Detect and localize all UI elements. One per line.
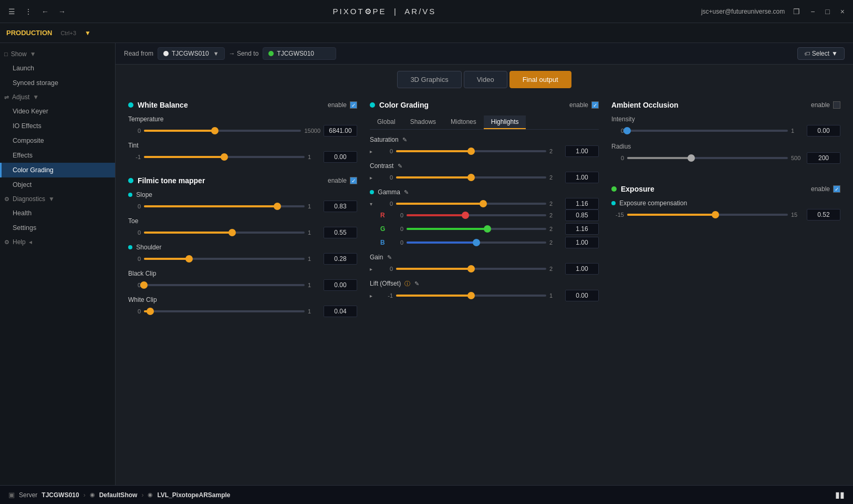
contrast-edit-icon[interactable]: ✎ <box>398 163 402 169</box>
cg-tab-global[interactable]: Global <box>370 116 403 129</box>
saturation-slider-track[interactable] <box>396 150 546 152</box>
saturation-edit-icon[interactable]: ✎ <box>402 136 407 143</box>
sidebar-item-help[interactable]: ⚙ Help ◂ <box>0 235 115 249</box>
lift-thumb[interactable] <box>467 292 475 299</box>
gamma-b-slider-track[interactable] <box>407 242 546 244</box>
ao-intensity-thumb[interactable] <box>623 127 631 134</box>
read-ws-dropdown-icon[interactable]: ▼ <box>213 50 219 57</box>
exposure-checkbox[interactable]: ✓ <box>833 185 840 193</box>
saturation-expand-icon[interactable]: ▸ <box>370 149 377 154</box>
white-clip-thumb[interactable] <box>147 308 154 315</box>
white-clip-value[interactable] <box>324 306 357 317</box>
toe-slider-track[interactable] <box>144 232 305 234</box>
gamma-edit-icon[interactable]: ✎ <box>404 189 409 195</box>
ao-intensity-value[interactable] <box>807 125 840 136</box>
gamma-r-value[interactable] <box>565 209 599 221</box>
gain-thumb[interactable] <box>467 265 475 272</box>
sidebar-item-settings[interactable]: Settings <box>0 220 115 235</box>
temperature-thumb[interactable] <box>211 127 219 134</box>
production-dropdown-icon[interactable]: ▼ <box>85 29 91 37</box>
saturation-thumb[interactable] <box>467 148 475 155</box>
close-button[interactable]: × <box>838 6 847 17</box>
tab-video[interactable]: Video <box>464 71 507 88</box>
back-button[interactable]: ← <box>39 6 51 17</box>
gamma-slider-track[interactable] <box>396 203 546 205</box>
resize-button[interactable]: ❒ <box>791 6 802 17</box>
lift-slider-track[interactable] <box>396 295 546 297</box>
server-name[interactable]: TJCGWS010 <box>41 491 79 499</box>
sidebar-item-adjust[interactable]: ⇌ Adjust ▼ <box>0 90 115 104</box>
black-clip-value[interactable] <box>324 279 357 291</box>
contrast-thumb[interactable] <box>467 174 475 181</box>
ao-intensity-slider-track[interactable] <box>627 130 788 132</box>
tint-slider-track[interactable] <box>144 156 305 158</box>
tab-3d-graphics[interactable]: 3D Graphics <box>397 71 461 88</box>
ao-radius-slider-track[interactable] <box>627 157 788 159</box>
slope-thumb[interactable] <box>274 203 281 210</box>
temperature-slider-track[interactable] <box>144 130 301 132</box>
sidebar-item-synced-storage[interactable]: Synced storage <box>0 76 115 90</box>
read-ws-badge[interactable]: TJCGWS010 ▼ <box>158 47 225 60</box>
contrast-value[interactable] <box>565 172 599 183</box>
gamma-g-slider-track[interactable] <box>407 228 546 230</box>
gain-slider-track[interactable] <box>396 268 546 270</box>
contrast-slider-track[interactable] <box>396 176 546 178</box>
gamma-b-thumb[interactable] <box>473 239 480 246</box>
cg-tab-shadows[interactable]: Shadows <box>403 116 443 129</box>
sidebar-item-diagnostics[interactable]: ⚙ Diagnostics ▼ <box>0 192 115 206</box>
white-balance-checkbox[interactable]: ✓ <box>350 101 357 109</box>
exp-comp-thumb[interactable] <box>712 211 719 218</box>
ao-checkbox[interactable] <box>833 101 840 109</box>
level-name[interactable]: LVL_PixotopeARSample <box>157 491 230 499</box>
lift-info-icon[interactable]: ⓘ <box>404 280 410 287</box>
color-grading-checkbox[interactable]: ✓ <box>591 101 599 109</box>
sidebar-item-health[interactable]: Health <box>0 206 115 220</box>
sidebar-item-composite[interactable]: Composite <box>0 133 115 148</box>
tint-value[interactable] <box>324 151 357 163</box>
toe-value[interactable] <box>324 227 357 238</box>
shoulder-value[interactable] <box>324 253 357 265</box>
toe-thumb[interactable] <box>228 229 236 236</box>
lift-expand-icon[interactable]: ▸ <box>370 293 377 299</box>
exp-comp-slider-track[interactable] <box>627 214 788 216</box>
sidebar-item-color-grading[interactable]: Color Grading <box>0 163 115 177</box>
sidebar-item-io-effects[interactable]: IO Effects <box>0 119 115 133</box>
gamma-expand-icon[interactable]: ▾ <box>370 201 377 207</box>
black-clip-thumb[interactable] <box>140 281 148 289</box>
send-ws-badge[interactable]: TJCGWS010 <box>263 47 336 60</box>
lift-value[interactable] <box>565 290 599 301</box>
slope-slider-track[interactable] <box>144 205 305 207</box>
sidebar-item-video-keyer[interactable]: Video Keyer <box>0 104 115 119</box>
gamma-r-thumb[interactable] <box>462 212 469 219</box>
white-clip-slider-track[interactable] <box>144 310 305 312</box>
lift-edit-icon[interactable]: ✎ <box>414 280 419 287</box>
gain-expand-icon[interactable]: ▸ <box>370 266 377 272</box>
exp-comp-value[interactable] <box>807 209 840 220</box>
gamma-thumb[interactable] <box>480 200 487 207</box>
gamma-r-slider-track[interactable] <box>407 214 546 216</box>
menu-button[interactable]: ⋮ <box>23 6 34 17</box>
sidebar-item-show[interactable]: □ Show ▼ <box>0 47 115 61</box>
tab-final-output[interactable]: Final output <box>509 71 571 88</box>
gamma-g-value[interactable] <box>565 223 599 235</box>
sidebar-toggle-button[interactable]: ☰ <box>6 6 17 17</box>
gain-edit-icon[interactable]: ✎ <box>387 254 392 260</box>
contrast-expand-icon[interactable]: ▸ <box>370 175 377 181</box>
temperature-value[interactable] <box>324 125 357 136</box>
sidebar-item-object[interactable]: Object <box>0 177 115 192</box>
tint-thumb[interactable] <box>221 153 228 161</box>
gain-value[interactable] <box>565 263 599 275</box>
black-clip-slider-track[interactable] <box>144 284 305 286</box>
select-button[interactable]: 🏷 Select ▼ <box>797 47 845 60</box>
shoulder-thumb[interactable] <box>185 255 193 262</box>
gamma-value[interactable] <box>565 198 599 209</box>
maximize-button[interactable]: □ <box>823 6 831 17</box>
sidebar-item-effects[interactable]: Effects <box>0 148 115 163</box>
show-name[interactable]: DefaultShow <box>99 491 138 499</box>
ao-radius-value[interactable] <box>807 152 840 164</box>
forward-button[interactable]: → <box>56 6 68 17</box>
saturation-value[interactable] <box>565 145 599 157</box>
shoulder-slider-track[interactable] <box>144 258 305 260</box>
gamma-g-thumb[interactable] <box>484 225 491 233</box>
gamma-b-value[interactable] <box>565 237 599 248</box>
